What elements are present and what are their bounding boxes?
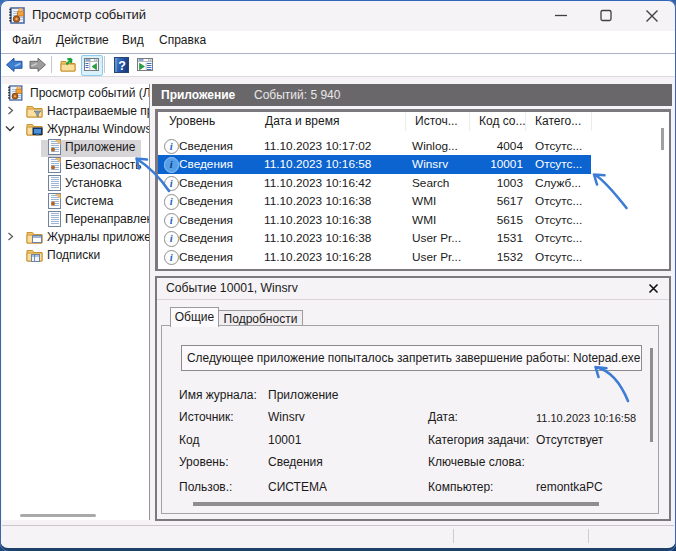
svg-text:?: ? <box>118 59 126 73</box>
